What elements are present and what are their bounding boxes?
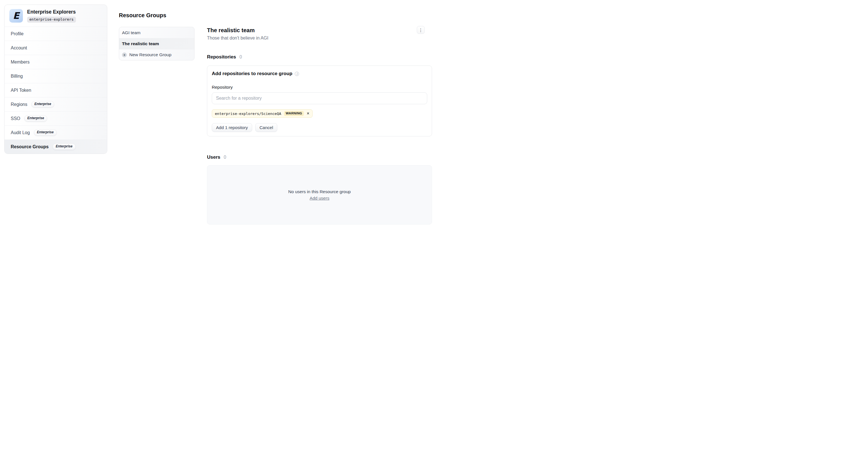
sidebar-item-resource-groups[interactable]: Resource Groups Enterprise [4, 140, 107, 154]
add-panel-title: Add repositories to resource group [212, 70, 292, 77]
sidebar-item-label: SSO [11, 116, 20, 121]
selected-repository-tag: enterprise-explorers/ScienceQA WARNING × [212, 109, 313, 118]
users-section-heading: Users 0 [207, 154, 226, 160]
org-slug-badge[interactable]: enterprise-explorers [27, 17, 76, 23]
add-users-link[interactable]: Add users [310, 196, 330, 201]
settings-page: E Enterprise Explorers enterprise-explor… [0, 0, 434, 231]
sidebar-nav: Profile Account Members Billing API Toke… [4, 27, 107, 154]
users-heading-label: Users [207, 154, 220, 160]
repositories-section-heading: Repositories 0 [207, 54, 242, 60]
enterprise-badge: Enterprise [31, 101, 54, 107]
cancel-button[interactable]: Cancel [255, 123, 277, 132]
sidebar-item-label: Profile [11, 31, 24, 36]
group-title: The realistic team [207, 27, 255, 34]
repository-search-input[interactable] [212, 92, 427, 104]
resource-group-item-agi-team[interactable]: AGI team [119, 27, 194, 38]
enterprise-badge: Enterprise [53, 144, 75, 150]
repositories-heading-label: Repositories [207, 54, 236, 60]
sidebar-item-billing[interactable]: Billing [4, 69, 107, 83]
sidebar-item-label: Account [11, 45, 27, 51]
kebab-icon: ⋮ [419, 28, 423, 32]
users-empty-text: No users in this Resource group [288, 189, 351, 194]
sidebar-item-regions[interactable]: Regions Enterprise [4, 97, 107, 111]
sidebar-item-sso[interactable]: SSO Enterprise [4, 111, 107, 125]
sidebar-item-members[interactable]: Members [4, 55, 107, 69]
sidebar-item-api-token[interactable]: API Token [4, 83, 107, 97]
remove-repository-icon[interactable]: × [307, 111, 309, 116]
sidebar-item-label: Billing [11, 74, 23, 79]
org-avatar[interactable]: E [9, 9, 23, 23]
selected-repository-name: enterprise-explorers/ScienceQA [215, 112, 281, 116]
sidebar-item-label: Regions [11, 102, 27, 107]
warning-badge: WARNING [284, 111, 304, 116]
users-count: 0 [224, 155, 226, 160]
add-repository-button[interactable]: Add 1 repository [212, 123, 252, 132]
sidebar-item-label: Members [11, 60, 30, 65]
org-settings-sidebar: E Enterprise Explorers enterprise-explor… [4, 4, 107, 154]
enterprise-badge: Enterprise [24, 115, 47, 122]
resource-group-list: AGI team The realistic team + New Resour… [119, 27, 194, 60]
info-icon[interactable]: i [295, 72, 299, 76]
plus-icon: + [122, 53, 127, 57]
enterprise-badge: Enterprise [34, 129, 57, 136]
sidebar-item-label: Audit Log [11, 130, 30, 135]
sidebar-item-label: Resource Groups [11, 144, 49, 149]
resource-group-label: AGI team [122, 30, 140, 35]
group-subtitle: Those that don't believe in AGI [207, 36, 268, 41]
repository-field-label: Repository [212, 85, 427, 90]
new-resource-group-label: New Resource Group [129, 52, 172, 57]
add-repositories-panel: Add repositories to resource group i Rep… [207, 65, 432, 136]
repositories-count: 0 [240, 55, 242, 60]
org-name[interactable]: Enterprise Explorers [27, 9, 76, 15]
org-header: E Enterprise Explorers enterprise-explor… [4, 5, 107, 27]
org-meta: Enterprise Explorers enterprise-explorer… [27, 9, 76, 23]
sidebar-item-account[interactable]: Account [4, 41, 107, 55]
sidebar-item-audit-log[interactable]: Audit Log Enterprise [4, 125, 107, 140]
users-empty-state: No users in this Resource group Add user… [207, 165, 432, 224]
page-title: Resource Groups [119, 12, 166, 19]
sidebar-item-label: API Token [11, 88, 31, 93]
new-resource-group-button[interactable]: + New Resource Group [119, 49, 194, 60]
group-options-button[interactable]: ⋮ [417, 26, 425, 34]
org-logo-letter: E [13, 10, 20, 21]
sidebar-item-profile[interactable]: Profile [4, 27, 107, 41]
resource-group-label: The realistic team [122, 41, 159, 46]
resource-group-item-realistic-team[interactable]: The realistic team [119, 38, 194, 49]
